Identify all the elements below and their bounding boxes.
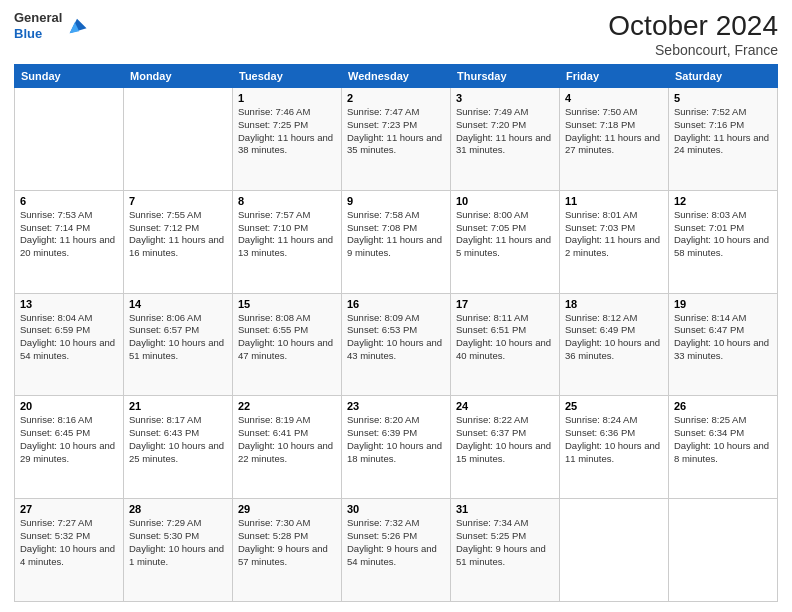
- sunrise: Sunrise: 8:14 AM: [674, 312, 746, 323]
- day-cell: 1 Sunrise: 7:46 AM Sunset: 7:25 PM Dayli…: [233, 88, 342, 191]
- day-number: 29: [238, 503, 336, 515]
- day-info: Sunrise: 8:08 AM Sunset: 6:55 PM Dayligh…: [238, 312, 336, 363]
- sunrise: Sunrise: 8:19 AM: [238, 414, 310, 425]
- sunrise: Sunrise: 7:30 AM: [238, 517, 310, 528]
- week-row-3: 13 Sunrise: 8:04 AM Sunset: 6:59 PM Dayl…: [15, 293, 778, 396]
- sunrise: Sunrise: 8:20 AM: [347, 414, 419, 425]
- title-block: October 2024 Seboncourt, France: [608, 10, 778, 58]
- day-number: 26: [674, 400, 772, 412]
- weekday-header-row: SundayMondayTuesdayWednesdayThursdayFrid…: [15, 65, 778, 88]
- day-cell: 15 Sunrise: 8:08 AM Sunset: 6:55 PM Dayl…: [233, 293, 342, 396]
- day-info: Sunrise: 7:30 AM Sunset: 5:28 PM Dayligh…: [238, 517, 336, 568]
- day-info: Sunrise: 7:49 AM Sunset: 7:20 PM Dayligh…: [456, 106, 554, 157]
- sunset: Sunset: 7:23 PM: [347, 119, 417, 130]
- location: Seboncourt, France: [608, 42, 778, 58]
- week-row-1: 1 Sunrise: 7:46 AM Sunset: 7:25 PM Dayli…: [15, 88, 778, 191]
- day-cell: 9 Sunrise: 7:58 AM Sunset: 7:08 PM Dayli…: [342, 190, 451, 293]
- daylight: Daylight: 10 hours and 58 minutes.: [674, 234, 769, 258]
- weekday-header-sunday: Sunday: [15, 65, 124, 88]
- sunrise: Sunrise: 8:00 AM: [456, 209, 528, 220]
- daylight: Daylight: 11 hours and 35 minutes.: [347, 132, 442, 156]
- day-info: Sunrise: 7:52 AM Sunset: 7:16 PM Dayligh…: [674, 106, 772, 157]
- day-number: 23: [347, 400, 445, 412]
- calendar-table: SundayMondayTuesdayWednesdayThursdayFrid…: [14, 64, 778, 602]
- sunset: Sunset: 5:28 PM: [238, 530, 308, 541]
- day-info: Sunrise: 8:12 AM Sunset: 6:49 PM Dayligh…: [565, 312, 663, 363]
- day-info: Sunrise: 7:55 AM Sunset: 7:12 PM Dayligh…: [129, 209, 227, 260]
- day-info: Sunrise: 7:53 AM Sunset: 7:14 PM Dayligh…: [20, 209, 118, 260]
- day-number: 6: [20, 195, 118, 207]
- sunrise: Sunrise: 7:57 AM: [238, 209, 310, 220]
- sunset: Sunset: 5:30 PM: [129, 530, 199, 541]
- daylight: Daylight: 9 hours and 51 minutes.: [456, 543, 546, 567]
- day-info: Sunrise: 7:29 AM Sunset: 5:30 PM Dayligh…: [129, 517, 227, 568]
- sunrise: Sunrise: 7:46 AM: [238, 106, 310, 117]
- sunrise: Sunrise: 8:04 AM: [20, 312, 92, 323]
- day-cell: 6 Sunrise: 7:53 AM Sunset: 7:14 PM Dayli…: [15, 190, 124, 293]
- sunrise: Sunrise: 8:17 AM: [129, 414, 201, 425]
- day-number: 18: [565, 298, 663, 310]
- sunrise: Sunrise: 8:06 AM: [129, 312, 201, 323]
- sunrise: Sunrise: 8:01 AM: [565, 209, 637, 220]
- daylight: Daylight: 11 hours and 31 minutes.: [456, 132, 551, 156]
- daylight: Daylight: 10 hours and 25 minutes.: [129, 440, 224, 464]
- week-row-2: 6 Sunrise: 7:53 AM Sunset: 7:14 PM Dayli…: [15, 190, 778, 293]
- sunset: Sunset: 7:08 PM: [347, 222, 417, 233]
- sunrise: Sunrise: 8:03 AM: [674, 209, 746, 220]
- day-number: 21: [129, 400, 227, 412]
- day-info: Sunrise: 8:16 AM Sunset: 6:45 PM Dayligh…: [20, 414, 118, 465]
- day-info: Sunrise: 8:03 AM Sunset: 7:01 PM Dayligh…: [674, 209, 772, 260]
- day-number: 5: [674, 92, 772, 104]
- daylight: Daylight: 10 hours and 43 minutes.: [347, 337, 442, 361]
- day-info: Sunrise: 8:00 AM Sunset: 7:05 PM Dayligh…: [456, 209, 554, 260]
- daylight: Daylight: 10 hours and 8 minutes.: [674, 440, 769, 464]
- day-cell: [124, 88, 233, 191]
- week-row-4: 20 Sunrise: 8:16 AM Sunset: 6:45 PM Dayl…: [15, 396, 778, 499]
- header: General Blue October 2024 Seboncourt, Fr…: [14, 10, 778, 58]
- day-cell: 10 Sunrise: 8:00 AM Sunset: 7:05 PM Dayl…: [451, 190, 560, 293]
- day-number: 7: [129, 195, 227, 207]
- daylight: Daylight: 10 hours and 15 minutes.: [456, 440, 551, 464]
- daylight: Daylight: 10 hours and 29 minutes.: [20, 440, 115, 464]
- day-cell: 24 Sunrise: 8:22 AM Sunset: 6:37 PM Dayl…: [451, 396, 560, 499]
- day-cell: 29 Sunrise: 7:30 AM Sunset: 5:28 PM Dayl…: [233, 499, 342, 602]
- day-number: 1: [238, 92, 336, 104]
- sunrise: Sunrise: 8:08 AM: [238, 312, 310, 323]
- day-info: Sunrise: 8:14 AM Sunset: 6:47 PM Dayligh…: [674, 312, 772, 363]
- day-number: 27: [20, 503, 118, 515]
- sunset: Sunset: 7:12 PM: [129, 222, 199, 233]
- sunset: Sunset: 6:55 PM: [238, 324, 308, 335]
- weekday-header-tuesday: Tuesday: [233, 65, 342, 88]
- sunset: Sunset: 7:03 PM: [565, 222, 635, 233]
- day-cell: [560, 499, 669, 602]
- day-info: Sunrise: 7:50 AM Sunset: 7:18 PM Dayligh…: [565, 106, 663, 157]
- sunset: Sunset: 6:43 PM: [129, 427, 199, 438]
- day-info: Sunrise: 7:47 AM Sunset: 7:23 PM Dayligh…: [347, 106, 445, 157]
- day-number: 16: [347, 298, 445, 310]
- logo-icon: [66, 15, 88, 37]
- day-info: Sunrise: 8:04 AM Sunset: 6:59 PM Dayligh…: [20, 312, 118, 363]
- sunset: Sunset: 6:49 PM: [565, 324, 635, 335]
- sunset: Sunset: 7:14 PM: [20, 222, 90, 233]
- sunset: Sunset: 6:45 PM: [20, 427, 90, 438]
- day-number: 25: [565, 400, 663, 412]
- sunset: Sunset: 6:36 PM: [565, 427, 635, 438]
- weekday-header-wednesday: Wednesday: [342, 65, 451, 88]
- day-cell: 27 Sunrise: 7:27 AM Sunset: 5:32 PM Dayl…: [15, 499, 124, 602]
- daylight: Daylight: 11 hours and 9 minutes.: [347, 234, 442, 258]
- day-cell: 14 Sunrise: 8:06 AM Sunset: 6:57 PM Dayl…: [124, 293, 233, 396]
- daylight: Daylight: 10 hours and 1 minute.: [129, 543, 224, 567]
- daylight: Daylight: 10 hours and 22 minutes.: [238, 440, 333, 464]
- logo-text: General Blue: [14, 10, 62, 41]
- day-number: 30: [347, 503, 445, 515]
- daylight: Daylight: 10 hours and 54 minutes.: [20, 337, 115, 361]
- sunrise: Sunrise: 8:24 AM: [565, 414, 637, 425]
- day-cell: 22 Sunrise: 8:19 AM Sunset: 6:41 PM Dayl…: [233, 396, 342, 499]
- day-cell: 12 Sunrise: 8:03 AM Sunset: 7:01 PM Dayl…: [669, 190, 778, 293]
- daylight: Daylight: 9 hours and 54 minutes.: [347, 543, 437, 567]
- weekday-header-saturday: Saturday: [669, 65, 778, 88]
- day-info: Sunrise: 7:57 AM Sunset: 7:10 PM Dayligh…: [238, 209, 336, 260]
- day-cell: 19 Sunrise: 8:14 AM Sunset: 6:47 PM Dayl…: [669, 293, 778, 396]
- day-info: Sunrise: 7:34 AM Sunset: 5:25 PM Dayligh…: [456, 517, 554, 568]
- daylight: Daylight: 11 hours and 27 minutes.: [565, 132, 660, 156]
